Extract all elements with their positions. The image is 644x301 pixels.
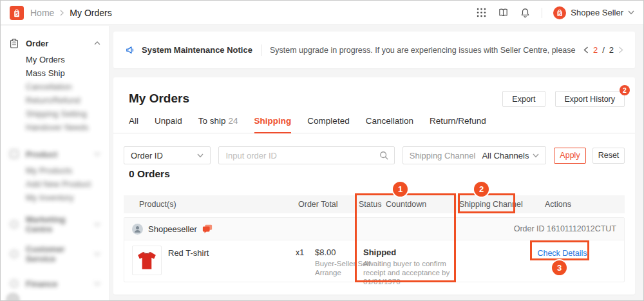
sidebar-item-blurred[interactable]: Add New Product [1, 177, 109, 191]
sidebar-section-product[interactable]: Product [1, 144, 109, 164]
order-product-row: Red T-shirt x1 $8.00 Buyer-Seller Self A… [124, 240, 624, 282]
tab-label: All [129, 116, 138, 126]
sidebar-item-blurred[interactable]: Shipping Setting [1, 107, 109, 121]
check-details-link[interactable]: Check Details [533, 249, 592, 258]
shopee-logo-icon[interactable]: S [10, 6, 24, 20]
reset-button[interactable]: Reset [592, 148, 625, 164]
tab-count: 24 [229, 116, 238, 126]
buyer-username[interactable]: Shopeeseller [148, 224, 197, 234]
tab-return-refund[interactable]: Return/Refund [430, 116, 486, 133]
sidebar-item-blurred[interactable]: My Inventory [1, 191, 109, 204]
chevron-down-icon [533, 153, 539, 158]
tab-label: Shipping [254, 116, 292, 126]
tab-unpaid[interactable]: Unpaid [155, 116, 182, 133]
tab-label: Unpaid [155, 116, 182, 126]
tab-label: Cancellation [366, 116, 413, 126]
top-header: S Home My Orders S Shopee Seller [1, 1, 643, 25]
shipping-channel-label: Shipping Channel [410, 151, 476, 160]
column-products: Product(s) [139, 195, 176, 213]
orders-table-header: Product(s) Order Total Status Countdown … [124, 195, 625, 213]
tab-cancellation[interactable]: Cancellation [366, 116, 413, 133]
tab-shipping[interactable]: Shipping [254, 116, 292, 133]
notice-pagination: 2 / 2 [583, 45, 623, 55]
notice-page-separator: / [602, 45, 605, 55]
megaphone-icon [125, 44, 136, 55]
chevron-down-icon [197, 153, 204, 158]
sidebar-item-my-orders[interactable]: My Orders [1, 53, 109, 66]
export-history-button[interactable]: Export History [555, 91, 625, 107]
chat-bubbles-icon[interactable] [202, 224, 213, 234]
account-menu[interactable]: S Shopee Seller [553, 6, 634, 19]
tab-label: Completed [307, 116, 349, 126]
my-orders-card: My Orders Export Export History 2 All Un… [113, 77, 635, 295]
order-id-input[interactable] [219, 151, 379, 160]
chevron-down-icon [94, 152, 100, 156]
notice-divider [261, 44, 261, 56]
previous-page-icon[interactable] [583, 46, 589, 53]
column-actions: Actions [545, 195, 571, 213]
sidebar-item-blurred[interactable]: Handover Needs [1, 121, 109, 134]
order-status-note: Awaiting buyer to confirm receipt and ac… [363, 259, 461, 286]
maintenance-notice-banner: System Maintenance Notice System upgrade… [113, 32, 635, 68]
notice-page-total: 2 [609, 45, 614, 55]
apps-grid-icon[interactable] [476, 7, 487, 18]
apply-button[interactable]: Apply [554, 148, 586, 164]
svg-text:S: S [15, 11, 18, 17]
product-name[interactable]: Red T-shirt [168, 248, 209, 258]
svg-text:S: S [558, 11, 562, 15]
next-page-icon[interactable] [618, 46, 623, 53]
breadcrumb: Home My Orders [30, 8, 112, 18]
sidebar-section-label: Product [26, 150, 88, 159]
chevron-right-icon [59, 10, 64, 16]
chevron-down-icon [94, 222, 100, 226]
tab-all[interactable]: All [129, 116, 138, 133]
shipping-channel-select[interactable]: Shipping Channel All Channels [402, 146, 546, 164]
page-title: My Orders [129, 92, 189, 106]
order-id-value: Order ID 16101112012CTUT [514, 224, 616, 233]
breadcrumb-home[interactable]: Home [30, 8, 54, 18]
headset-icon [10, 249, 19, 259]
tab-label: Return/Refund [430, 116, 486, 126]
orders-count: 0 Orders [129, 168, 170, 180]
sidebar-section-finance[interactable]: Finance [1, 274, 109, 293]
breadcrumb-current: My Orders [70, 8, 111, 18]
export-button[interactable]: Export [502, 91, 545, 107]
megaphone-icon [10, 220, 19, 229]
tab-completed[interactable]: Completed [307, 116, 349, 133]
order-id-select-value: Order ID [131, 151, 197, 160]
shopee-avatar-icon: S [553, 6, 566, 19]
sidebar-section-order[interactable]: Order [1, 34, 109, 53]
main-content: System Maintenance Notice System upgrade… [110, 25, 643, 300]
notifications-bell-icon[interactable] [520, 7, 531, 18]
sidebar-nav: Order My Orders Mass Ship Cancellation R… [1, 26, 110, 300]
sidebar-item-blurred[interactable]: Return/Refund [1, 93, 109, 107]
topbar-actions: S Shopee Seller [476, 6, 634, 19]
sidebar-item-mass-ship[interactable]: Mass Ship [1, 66, 109, 80]
column-order-total: Order Total [298, 195, 338, 213]
column-countdown: Countdown [386, 195, 426, 213]
dollar-icon [10, 279, 19, 289]
red-tshirt-image[interactable] [132, 246, 162, 275]
order-status-tabs: All Unpaid To ship24 Shipping Completed … [113, 116, 635, 133]
sidebar-section-customer-service[interactable]: Customer Service [1, 244, 109, 264]
chevron-down-icon [94, 282, 100, 286]
order-row: Shopeeseller Order ID 16101112012CTUT Re… [124, 217, 625, 282]
sidebar-item-blurred[interactable]: Cancellation [1, 80, 109, 93]
learning-book-icon[interactable] [498, 7, 509, 18]
person-icon [132, 224, 143, 235]
sidebar-section-marketing[interactable]: Marketing Centre [1, 215, 109, 234]
order-id-select[interactable]: Order ID [124, 146, 211, 164]
column-divider [379, 200, 379, 208]
sidebar-item-blurred[interactable]: My Products [1, 164, 109, 177]
search-icon[interactable] [379, 151, 388, 160]
sidebar-section-label: Finance [26, 279, 88, 289]
order-filters: Order ID Shipping Channel All Channels A… [124, 146, 625, 164]
box-icon [10, 150, 19, 159]
order-id-input-wrap [218, 146, 394, 164]
order-total-value: $8.00 [315, 248, 336, 257]
tab-to-ship[interactable]: To ship24 [198, 116, 238, 133]
tab-label: To ship [198, 116, 226, 126]
notice-title: System Maintenance Notice [142, 45, 252, 55]
export-history-badge: 2 [620, 85, 630, 95]
product-quantity: x1 [296, 248, 304, 257]
